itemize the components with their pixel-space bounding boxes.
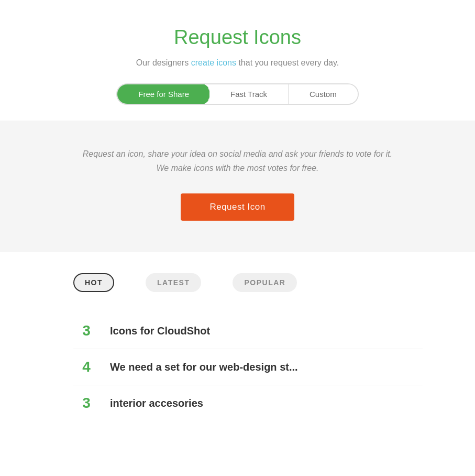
filter-tab-latest[interactable]: LATEST [146,273,201,292]
vote-count: 3 [73,395,100,412]
tab-fast-track[interactable]: Fast Track [209,84,289,104]
bottom-section: HOT LATEST POPULAR 3 Icons for CloudShot… [0,252,475,442]
request-icon-button[interactable]: Request Icon [181,193,294,221]
subtitle-pre: Our designers [136,58,191,67]
panel-description: Request an icon, share your idea on soci… [52,147,423,175]
tab-custom[interactable]: Custom [289,84,358,104]
create-icons-link[interactable]: create icons [191,58,236,67]
vote-count: 4 [73,359,100,375]
request-title: interior accesories [110,397,203,409]
gray-section: Request an icon, share your idea on soci… [0,121,475,252]
request-list: 3 Icons for CloudShot 4 We need a set fo… [52,313,423,421]
request-title: Icons for CloudShot [110,325,210,337]
tabs-pill: Free for Share Fast Track Custom [116,83,358,105]
subtitle: Our designers create icons that you requ… [10,58,465,68]
filter-tab-hot[interactable]: HOT [73,273,114,292]
filter-tabs: HOT LATEST POPULAR [52,273,423,292]
filter-tab-popular[interactable]: POPULAR [233,273,297,292]
list-item: 3 Icons for CloudShot [73,313,423,349]
vote-count: 3 [73,322,100,339]
page-title: Request Icons [10,26,465,49]
subtitle-post: that you request every day. [236,58,339,67]
list-item: 4 We need a set for our web-design st... [73,349,423,385]
tab-free-for-share[interactable]: Free for Share [116,83,211,105]
tabs-container: Free for Share Fast Track Custom [10,83,465,105]
header-section: Request Icons Our designers create icons… [0,0,475,121]
request-title: We need a set for our web-design st... [110,361,298,373]
list-item: 3 interior accesories [73,385,423,421]
